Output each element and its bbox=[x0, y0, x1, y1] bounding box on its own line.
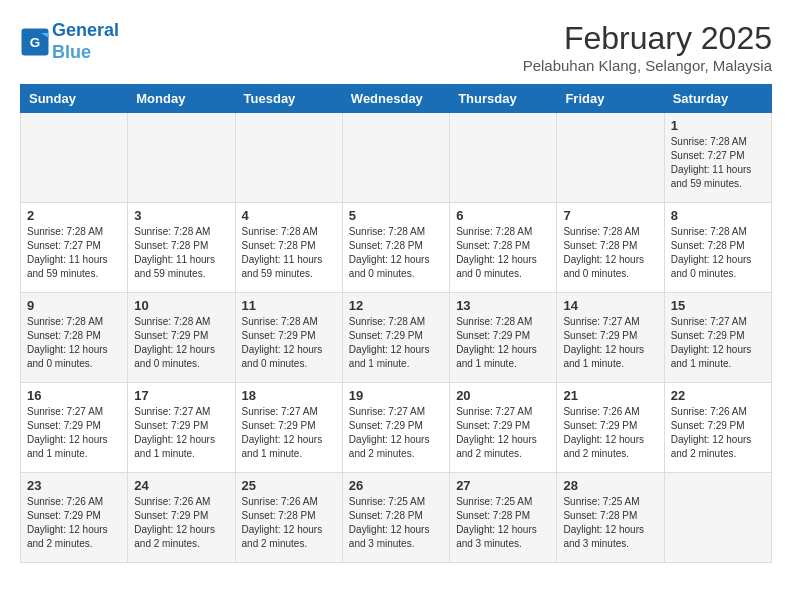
calendar-cell: 18Sunrise: 7:27 AM Sunset: 7:29 PM Dayli… bbox=[235, 383, 342, 473]
day-info: Sunrise: 7:25 AM Sunset: 7:28 PM Dayligh… bbox=[563, 495, 657, 551]
day-info: Sunrise: 7:28 AM Sunset: 7:28 PM Dayligh… bbox=[349, 225, 443, 281]
calendar-week-row: 2Sunrise: 7:28 AM Sunset: 7:27 PM Daylig… bbox=[21, 203, 772, 293]
day-number: 28 bbox=[563, 478, 657, 493]
day-number: 27 bbox=[456, 478, 550, 493]
day-number: 9 bbox=[27, 298, 121, 313]
day-info: Sunrise: 7:28 AM Sunset: 7:28 PM Dayligh… bbox=[134, 225, 228, 281]
calendar-cell bbox=[342, 113, 449, 203]
calendar-cell bbox=[450, 113, 557, 203]
day-info: Sunrise: 7:28 AM Sunset: 7:28 PM Dayligh… bbox=[456, 225, 550, 281]
logo-icon: G bbox=[20, 27, 50, 57]
day-number: 7 bbox=[563, 208, 657, 223]
calendar-cell: 21Sunrise: 7:26 AM Sunset: 7:29 PM Dayli… bbox=[557, 383, 664, 473]
calendar-cell bbox=[235, 113, 342, 203]
day-info: Sunrise: 7:28 AM Sunset: 7:28 PM Dayligh… bbox=[242, 225, 336, 281]
calendar-cell: 22Sunrise: 7:26 AM Sunset: 7:29 PM Dayli… bbox=[664, 383, 771, 473]
day-number: 15 bbox=[671, 298, 765, 313]
day-number: 18 bbox=[242, 388, 336, 403]
calendar-week-row: 9Sunrise: 7:28 AM Sunset: 7:28 PM Daylig… bbox=[21, 293, 772, 383]
column-header-thursday: Thursday bbox=[450, 85, 557, 113]
calendar-week-row: 23Sunrise: 7:26 AM Sunset: 7:29 PM Dayli… bbox=[21, 473, 772, 563]
calendar-cell bbox=[21, 113, 128, 203]
calendar-cell: 1Sunrise: 7:28 AM Sunset: 7:27 PM Daylig… bbox=[664, 113, 771, 203]
day-number: 2 bbox=[27, 208, 121, 223]
calendar-cell bbox=[557, 113, 664, 203]
calendar-cell: 10Sunrise: 7:28 AM Sunset: 7:29 PM Dayli… bbox=[128, 293, 235, 383]
calendar-cell bbox=[664, 473, 771, 563]
day-number: 19 bbox=[349, 388, 443, 403]
day-info: Sunrise: 7:25 AM Sunset: 7:28 PM Dayligh… bbox=[349, 495, 443, 551]
day-number: 8 bbox=[671, 208, 765, 223]
day-info: Sunrise: 7:28 AM Sunset: 7:27 PM Dayligh… bbox=[27, 225, 121, 281]
day-info: Sunrise: 7:27 AM Sunset: 7:29 PM Dayligh… bbox=[134, 405, 228, 461]
day-info: Sunrise: 7:27 AM Sunset: 7:29 PM Dayligh… bbox=[242, 405, 336, 461]
calendar-cell: 28Sunrise: 7:25 AM Sunset: 7:28 PM Dayli… bbox=[557, 473, 664, 563]
day-number: 13 bbox=[456, 298, 550, 313]
day-info: Sunrise: 7:28 AM Sunset: 7:27 PM Dayligh… bbox=[671, 135, 765, 191]
column-header-friday: Friday bbox=[557, 85, 664, 113]
calendar-cell: 2Sunrise: 7:28 AM Sunset: 7:27 PM Daylig… bbox=[21, 203, 128, 293]
day-number: 6 bbox=[456, 208, 550, 223]
calendar-header-row: SundayMondayTuesdayWednesdayThursdayFrid… bbox=[21, 85, 772, 113]
day-info: Sunrise: 7:27 AM Sunset: 7:29 PM Dayligh… bbox=[671, 315, 765, 371]
day-number: 17 bbox=[134, 388, 228, 403]
logo: G General Blue bbox=[20, 20, 119, 63]
calendar-cell: 9Sunrise: 7:28 AM Sunset: 7:28 PM Daylig… bbox=[21, 293, 128, 383]
day-info: Sunrise: 7:28 AM Sunset: 7:29 PM Dayligh… bbox=[134, 315, 228, 371]
column-header-sunday: Sunday bbox=[21, 85, 128, 113]
calendar-cell: 24Sunrise: 7:26 AM Sunset: 7:29 PM Dayli… bbox=[128, 473, 235, 563]
calendar-cell: 23Sunrise: 7:26 AM Sunset: 7:29 PM Dayli… bbox=[21, 473, 128, 563]
day-info: Sunrise: 7:27 AM Sunset: 7:29 PM Dayligh… bbox=[27, 405, 121, 461]
day-info: Sunrise: 7:28 AM Sunset: 7:28 PM Dayligh… bbox=[671, 225, 765, 281]
day-info: Sunrise: 7:26 AM Sunset: 7:28 PM Dayligh… bbox=[242, 495, 336, 551]
day-number: 21 bbox=[563, 388, 657, 403]
svg-text:G: G bbox=[30, 34, 41, 49]
day-number: 22 bbox=[671, 388, 765, 403]
day-info: Sunrise: 7:28 AM Sunset: 7:28 PM Dayligh… bbox=[27, 315, 121, 371]
day-number: 4 bbox=[242, 208, 336, 223]
calendar-cell bbox=[128, 113, 235, 203]
calendar-cell: 14Sunrise: 7:27 AM Sunset: 7:29 PM Dayli… bbox=[557, 293, 664, 383]
day-number: 10 bbox=[134, 298, 228, 313]
day-number: 3 bbox=[134, 208, 228, 223]
day-info: Sunrise: 7:26 AM Sunset: 7:29 PM Dayligh… bbox=[27, 495, 121, 551]
calendar-week-row: 16Sunrise: 7:27 AM Sunset: 7:29 PM Dayli… bbox=[21, 383, 772, 473]
calendar-cell: 4Sunrise: 7:28 AM Sunset: 7:28 PM Daylig… bbox=[235, 203, 342, 293]
calendar-cell: 12Sunrise: 7:28 AM Sunset: 7:29 PM Dayli… bbox=[342, 293, 449, 383]
day-number: 5 bbox=[349, 208, 443, 223]
day-number: 12 bbox=[349, 298, 443, 313]
calendar-cell: 16Sunrise: 7:27 AM Sunset: 7:29 PM Dayli… bbox=[21, 383, 128, 473]
calendar-cell: 25Sunrise: 7:26 AM Sunset: 7:28 PM Dayli… bbox=[235, 473, 342, 563]
day-number: 1 bbox=[671, 118, 765, 133]
logo-text: General Blue bbox=[52, 20, 119, 63]
day-info: Sunrise: 7:27 AM Sunset: 7:29 PM Dayligh… bbox=[349, 405, 443, 461]
day-number: 20 bbox=[456, 388, 550, 403]
day-number: 11 bbox=[242, 298, 336, 313]
day-info: Sunrise: 7:28 AM Sunset: 7:28 PM Dayligh… bbox=[563, 225, 657, 281]
calendar-cell: 19Sunrise: 7:27 AM Sunset: 7:29 PM Dayli… bbox=[342, 383, 449, 473]
calendar-cell: 5Sunrise: 7:28 AM Sunset: 7:28 PM Daylig… bbox=[342, 203, 449, 293]
month-title: February 2025 bbox=[523, 20, 772, 57]
column-header-wednesday: Wednesday bbox=[342, 85, 449, 113]
calendar-cell: 13Sunrise: 7:28 AM Sunset: 7:29 PM Dayli… bbox=[450, 293, 557, 383]
day-info: Sunrise: 7:28 AM Sunset: 7:29 PM Dayligh… bbox=[456, 315, 550, 371]
day-info: Sunrise: 7:26 AM Sunset: 7:29 PM Dayligh… bbox=[134, 495, 228, 551]
day-info: Sunrise: 7:26 AM Sunset: 7:29 PM Dayligh… bbox=[563, 405, 657, 461]
day-number: 25 bbox=[242, 478, 336, 493]
calendar-cell: 3Sunrise: 7:28 AM Sunset: 7:28 PM Daylig… bbox=[128, 203, 235, 293]
location-subtitle: Pelabuhan Klang, Selangor, Malaysia bbox=[523, 57, 772, 74]
calendar-cell: 15Sunrise: 7:27 AM Sunset: 7:29 PM Dayli… bbox=[664, 293, 771, 383]
day-info: Sunrise: 7:26 AM Sunset: 7:29 PM Dayligh… bbox=[671, 405, 765, 461]
calendar-cell: 17Sunrise: 7:27 AM Sunset: 7:29 PM Dayli… bbox=[128, 383, 235, 473]
calendar-cell: 8Sunrise: 7:28 AM Sunset: 7:28 PM Daylig… bbox=[664, 203, 771, 293]
column-header-monday: Monday bbox=[128, 85, 235, 113]
day-number: 26 bbox=[349, 478, 443, 493]
day-info: Sunrise: 7:25 AM Sunset: 7:28 PM Dayligh… bbox=[456, 495, 550, 551]
title-section: February 2025 Pelabuhan Klang, Selangor,… bbox=[523, 20, 772, 74]
day-number: 16 bbox=[27, 388, 121, 403]
calendar-cell: 7Sunrise: 7:28 AM Sunset: 7:28 PM Daylig… bbox=[557, 203, 664, 293]
calendar-table: SundayMondayTuesdayWednesdayThursdayFrid… bbox=[20, 84, 772, 563]
day-number: 23 bbox=[27, 478, 121, 493]
day-info: Sunrise: 7:27 AM Sunset: 7:29 PM Dayligh… bbox=[563, 315, 657, 371]
column-header-saturday: Saturday bbox=[664, 85, 771, 113]
